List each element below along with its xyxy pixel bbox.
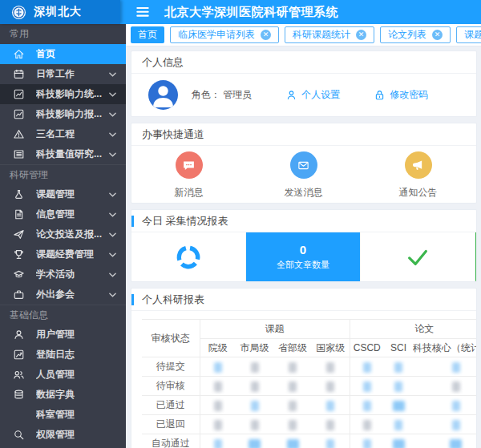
loading-spinner-icon bbox=[174, 243, 203, 272]
table-col-header: SCI bbox=[384, 339, 413, 357]
sidebar-item-label: 数据字典 bbox=[36, 388, 75, 402]
logo-block[interactable]: 深圳北大 bbox=[0, 0, 120, 24]
table-cell-redacted bbox=[273, 377, 312, 396]
redacted-value bbox=[251, 362, 259, 373]
sidebar-item-paper-submission[interactable]: 论文投送及报... bbox=[0, 224, 126, 244]
sidebar-item-label: 论文投送及报... bbox=[36, 228, 102, 241]
table-cell-redacted bbox=[236, 434, 273, 448]
quick-item-send-message[interactable]: 发送消息 bbox=[246, 151, 361, 203]
database-icon bbox=[12, 389, 25, 402]
logo-text: 深圳北大 bbox=[34, 5, 82, 19]
sidebar-item-three-name-project[interactable]: 三名工程 bbox=[0, 124, 126, 144]
sidebar-item-academic-activity[interactable]: 学术活动 bbox=[0, 264, 126, 285]
sidebar-item-project-funding[interactable]: 课题经费管理 bbox=[0, 244, 126, 264]
redacted-value bbox=[363, 420, 371, 430]
change-password-label: 修改密码 bbox=[390, 88, 428, 102]
change-password-link[interactable]: 修改密码 bbox=[374, 88, 428, 102]
close-icon[interactable]: ✕ bbox=[356, 30, 366, 40]
tab-label: 论文列表 bbox=[388, 28, 426, 42]
sidebar-item-tech-impact-report[interactable]: 科技影响力报... bbox=[0, 104, 126, 124]
quick-channel-card: 办事快捷通道 新消息发送消息通知公告 bbox=[131, 123, 477, 204]
redacted-value bbox=[214, 401, 222, 411]
redacted-value bbox=[251, 420, 259, 430]
tab-home[interactable]: 首页 bbox=[131, 26, 164, 43]
tab-clinical-apply-list[interactable]: 临床医学申请列表✕ bbox=[170, 26, 279, 43]
sidebar-item-info-mgmt[interactable]: 信息管理 bbox=[0, 204, 126, 224]
table-cell-redacted bbox=[200, 434, 236, 448]
sidebar-item-label: 登陆日志 bbox=[36, 348, 75, 361]
close-icon[interactable]: ✕ bbox=[261, 30, 271, 40]
sidebar-item-department-mgmt[interactable]: 科室管理 bbox=[0, 405, 126, 425]
content-scroll-area[interactable]: 个人信息 角色： 管理员 个人设置 bbox=[126, 46, 481, 448]
redacted-value bbox=[289, 420, 297, 430]
chevron-down-icon bbox=[109, 212, 116, 217]
sidebar-item-permission-mgmt[interactable]: 权限管理 bbox=[0, 425, 126, 445]
table-cell-redacted bbox=[384, 415, 413, 434]
close-icon[interactable]: ✕ bbox=[432, 30, 443, 40]
redacted-value bbox=[394, 420, 402, 430]
sidebar-item-daily-work[interactable]: 日常工作 bbox=[0, 64, 126, 84]
profile-card-body: 角色： 管理员 个人设置 修改密码 bbox=[131, 74, 476, 116]
sidebar-item-label: 信息管理 bbox=[36, 208, 75, 221]
sidebar-item-label: 外出参会 bbox=[36, 288, 75, 301]
personal-settings-link[interactable]: 个人设置 bbox=[285, 88, 340, 102]
table-cell-redacted bbox=[273, 396, 312, 415]
sidebar-item-project-mgmt[interactable]: 课题管理 bbox=[0, 184, 126, 204]
sidebar-item-data-dictionary[interactable]: 数据字典 bbox=[0, 385, 126, 405]
sidebar-item-conference-travel[interactable]: 外出参会 bbox=[0, 285, 126, 305]
chevron-down-icon bbox=[109, 272, 116, 277]
chevron-down-icon bbox=[109, 92, 116, 97]
table-cell-redacted bbox=[273, 415, 312, 434]
redacted-value bbox=[214, 439, 222, 448]
redacted-value bbox=[363, 362, 371, 373]
tab-paper-list[interactable]: 论文列表✕ bbox=[380, 26, 451, 43]
graduation-cap-icon bbox=[12, 268, 25, 281]
sidebar-item-tech-impact-stats[interactable]: 科技影响力统... bbox=[0, 84, 126, 104]
quick-item-label: 发送消息 bbox=[285, 186, 323, 200]
sidebar-item-tech-value-research[interactable]: 科技量值研究... bbox=[0, 144, 126, 164]
tab-project-fee-report[interactable]: 课题费用报表✕ bbox=[456, 26, 481, 43]
redacted-value bbox=[287, 439, 299, 448]
redacted-value bbox=[326, 381, 334, 392]
row-status-label: 已退回 bbox=[142, 415, 200, 434]
redacted-value bbox=[393, 401, 405, 411]
redacted-value bbox=[363, 381, 371, 392]
sidebar-item-label: 科技影响力统... bbox=[36, 87, 102, 101]
chevron-down-icon bbox=[109, 132, 116, 137]
menu-toggle-button[interactable] bbox=[131, 0, 155, 24]
quick-channel-title: 办事快捷通道 bbox=[131, 123, 476, 146]
quick-item-new-message[interactable]: 新消息 bbox=[131, 151, 246, 203]
redacted-value bbox=[251, 381, 259, 392]
sidebar-section: 基础信息用户管理登陆日志人员管理数据字典科室管理权限管理 bbox=[0, 305, 126, 445]
sidebar-item-label: 首页 bbox=[36, 47, 55, 61]
redacted-value bbox=[249, 439, 261, 448]
sidebar-item-home[interactable]: 首页 bbox=[0, 44, 126, 64]
sidebar-item-login-log[interactable]: 登陆日志 bbox=[0, 345, 126, 365]
table-row: 待审核 bbox=[142, 377, 476, 396]
redacted-value bbox=[452, 420, 460, 430]
redacted-value bbox=[214, 362, 222, 373]
chevron-down-icon bbox=[109, 112, 116, 117]
table-cell-redacted bbox=[312, 415, 350, 434]
redacted-value bbox=[326, 362, 334, 373]
table-cell-redacted bbox=[236, 377, 273, 396]
sidebar-item-label: 课题经费管理 bbox=[36, 248, 94, 261]
tab-label: 科研课题统计 bbox=[293, 28, 350, 42]
quick-item-notice[interactable]: 通知公告 bbox=[361, 151, 475, 203]
sidebar-item-label: 科技影响力报... bbox=[36, 107, 102, 121]
role-value: 管理员 bbox=[223, 89, 252, 100]
sidebar-section-label: 科研管理 bbox=[0, 164, 126, 184]
table-corner-header: 审核状态 bbox=[142, 320, 200, 357]
megaphone-icon bbox=[405, 151, 432, 179]
table-cell-redacted bbox=[413, 357, 476, 377]
sidebar-item-personnel-mgmt[interactable]: 人员管理 bbox=[0, 365, 126, 385]
tab-research-project-stats[interactable]: 科研课题统计✕ bbox=[285, 26, 374, 43]
role-text: 角色： 管理员 bbox=[192, 88, 252, 102]
quick-channel-row: 新消息发送消息通知公告 bbox=[131, 146, 476, 203]
stat-row: 0 全部文章数量 bbox=[131, 232, 476, 281]
table-cell-redacted bbox=[273, 434, 312, 448]
sidebar-item-user-mgmt[interactable]: 用户管理 bbox=[0, 325, 126, 345]
profile-card: 个人信息 角色： 管理员 个人设置 bbox=[131, 50, 477, 117]
page-title: 北京大学深圳医院科研管理系统 bbox=[164, 5, 338, 20]
avatar[interactable] bbox=[148, 80, 178, 110]
